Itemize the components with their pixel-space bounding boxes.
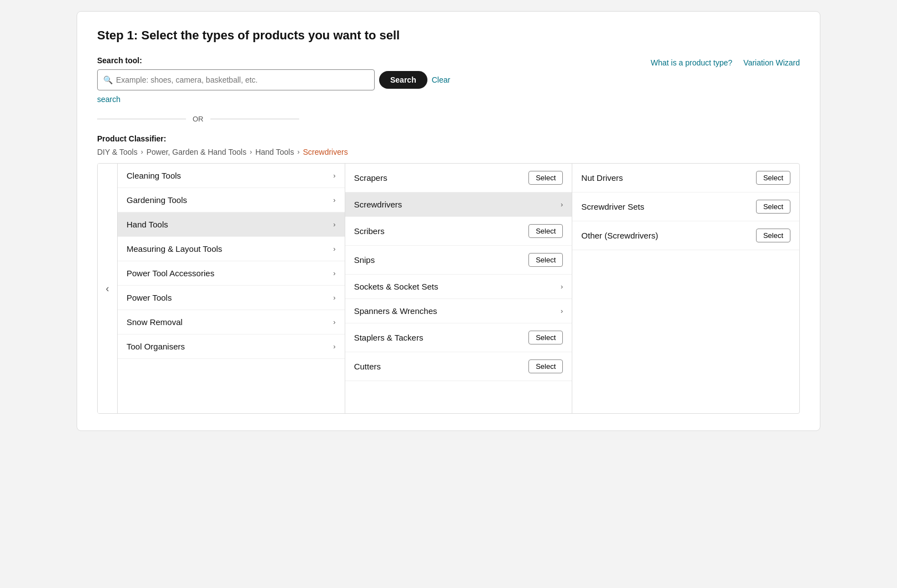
variation-wizard-link[interactable]: Variation Wizard <box>743 58 800 67</box>
chevron-right-icon: › <box>333 293 335 302</box>
page-title: Step 1: Select the types of products you… <box>97 28 800 43</box>
product-classifier-label: Product Classifier: <box>97 134 800 143</box>
list-item[interactable]: Cleaning Tools› <box>118 164 345 188</box>
list-item[interactable]: ScrapersSelect <box>345 164 572 192</box>
item-label: Tool Organisers <box>127 342 333 351</box>
category-column-1: Cleaning Tools›Gardening Tools›Hand Tool… <box>118 164 345 413</box>
list-item[interactable]: Nut DriversSelect <box>572 164 799 192</box>
breadcrumb-item-1[interactable]: Power, Garden & Hand Tools <box>147 148 246 156</box>
list-item[interactable]: Screwdrivers› <box>345 192 572 217</box>
breadcrumb: DIY & Tools›Power, Garden & Hand Tools›H… <box>97 148 800 156</box>
list-item[interactable]: Spanners & Wrenches› <box>345 299 572 323</box>
item-label: Nut Drivers <box>581 173 756 183</box>
chevron-right-icon: › <box>333 318 335 326</box>
item-label: Gardening Tools <box>127 195 333 205</box>
list-item[interactable]: Tool Organisers› <box>118 334 345 359</box>
select-button[interactable]: Select <box>528 171 563 185</box>
search-input[interactable] <box>116 75 369 84</box>
search-input-wrapper: 🔍 <box>97 69 375 90</box>
list-item[interactable]: Hand Tools› <box>118 212 345 237</box>
list-item[interactable]: CuttersSelect <box>345 352 572 381</box>
breadcrumb-separator: › <box>141 148 143 156</box>
item-label: Cleaning Tools <box>127 171 333 180</box>
search-button[interactable]: Search <box>379 71 427 89</box>
chevron-right-icon: › <box>333 245 335 253</box>
list-item[interactable]: SnipsSelect <box>345 246 572 275</box>
select-button[interactable]: Select <box>528 359 563 373</box>
item-label: Power Tool Accessories <box>127 268 333 278</box>
item-label: Snips <box>354 255 529 265</box>
page-container: Step 1: Select the types of products you… <box>77 11 820 431</box>
item-label: Hand Tools <box>127 220 333 229</box>
list-item[interactable]: Measuring & Layout Tools› <box>118 237 345 261</box>
item-label: Staplers & Tackers <box>354 333 529 342</box>
list-item[interactable]: Gardening Tools› <box>118 188 345 212</box>
top-links: What is a product type? Variation Wizard <box>651 58 800 67</box>
item-label: Scribers <box>354 226 529 236</box>
item-label: Scrapers <box>354 173 529 183</box>
item-label: Screwdriver Sets <box>581 202 756 211</box>
chevron-right-icon: › <box>333 342 335 351</box>
item-label: Cutters <box>354 362 529 371</box>
search-label: Search tool: <box>97 56 651 65</box>
list-item[interactable]: Power Tool Accessories› <box>118 261 345 286</box>
item-label: Power Tools <box>127 293 333 302</box>
breadcrumb-separator: › <box>250 148 252 156</box>
category-column-2: ScrapersSelectScrewdrivers›ScribersSelec… <box>345 164 573 413</box>
chevron-right-icon: › <box>333 269 335 277</box>
chevron-right-icon: › <box>561 200 563 209</box>
item-label: Snow Removal <box>127 317 333 327</box>
chevron-right-icon: › <box>333 220 335 229</box>
list-item[interactable]: Staplers & TackersSelect <box>345 323 572 352</box>
breadcrumb-item-2[interactable]: Hand Tools <box>255 148 294 156</box>
search-link[interactable]: search <box>97 95 651 104</box>
top-row: Search tool: 🔍 Search Clear search What … <box>97 56 800 104</box>
chevron-right-icon: › <box>561 282 563 291</box>
list-item[interactable]: Other (Screwdrivers)Select <box>572 221 799 250</box>
list-item[interactable]: ScribersSelect <box>345 217 572 246</box>
select-button[interactable]: Select <box>756 200 790 214</box>
item-label: Measuring & Layout Tools <box>127 244 333 254</box>
list-item[interactable]: Power Tools› <box>118 286 345 310</box>
select-button[interactable]: Select <box>528 224 563 238</box>
breadcrumb-separator: › <box>298 148 300 156</box>
search-icon: 🔍 <box>103 75 113 84</box>
classifier-columns: ‹ Cleaning Tools›Gardening Tools›Hand To… <box>97 163 800 414</box>
col-nav-left-button[interactable]: ‹ <box>98 164 118 413</box>
item-label: Spanners & Wrenches <box>354 306 561 316</box>
select-button[interactable]: Select <box>528 331 563 344</box>
or-divider: OR <box>97 115 800 123</box>
select-button[interactable]: Select <box>528 253 563 267</box>
select-button[interactable]: Select <box>756 229 790 242</box>
item-label: Other (Screwdrivers) <box>581 231 756 240</box>
chevron-right-icon: › <box>561 307 563 315</box>
search-row: 🔍 Search Clear <box>97 69 651 90</box>
category-column-3: Nut DriversSelectScrewdriver SetsSelectO… <box>572 164 799 413</box>
item-label: Sockets & Socket Sets <box>354 282 561 291</box>
breadcrumb-item-0[interactable]: DIY & Tools <box>97 148 138 156</box>
chevron-right-icon: › <box>333 196 335 204</box>
clear-link[interactable]: Clear <box>432 75 450 84</box>
list-item[interactable]: Sockets & Socket Sets› <box>345 275 572 299</box>
select-button[interactable]: Select <box>756 171 790 185</box>
what-is-product-type-link[interactable]: What is a product type? <box>651 58 732 67</box>
list-item[interactable]: Screwdriver SetsSelect <box>572 192 799 221</box>
chevron-right-icon: › <box>333 171 335 180</box>
list-item[interactable]: Snow Removal› <box>118 310 345 334</box>
breadcrumb-item-3: Screwdrivers <box>303 148 348 156</box>
item-label: Screwdrivers <box>354 200 561 209</box>
search-section: Search tool: 🔍 Search Clear search <box>97 56 651 104</box>
